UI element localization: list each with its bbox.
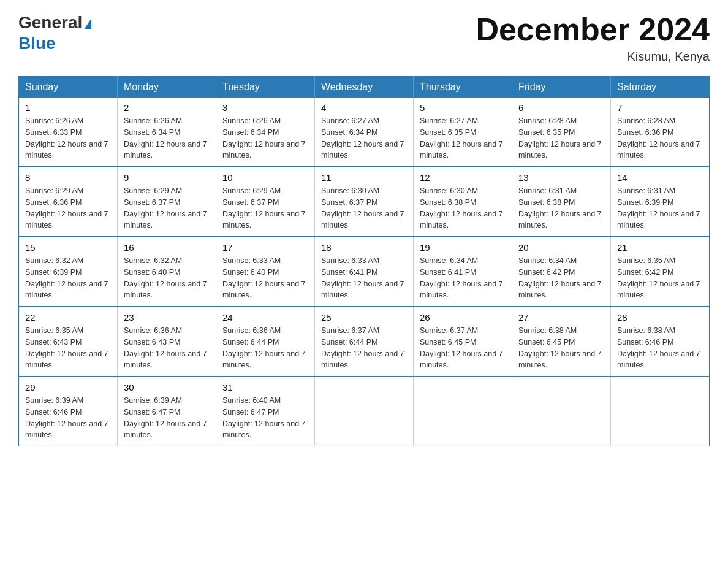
col-header-thursday: Thursday — [414, 77, 512, 98]
day-number: 4 — [321, 102, 407, 113]
day-number: 31 — [222, 382, 308, 393]
day-info: Sunrise: 6:37 AM Sunset: 6:45 PM Dayligh… — [420, 325, 506, 371]
day-number: 8 — [25, 172, 111, 183]
day-number: 13 — [518, 172, 604, 183]
calendar-cell: 2 Sunrise: 6:26 AM Sunset: 6:34 PM Dayli… — [118, 98, 216, 167]
day-info: Sunrise: 6:30 AM Sunset: 6:37 PM Dayligh… — [321, 185, 407, 231]
day-number: 17 — [222, 242, 308, 253]
header-row: SundayMondayTuesdayWednesdayThursdayFrid… — [19, 77, 710, 98]
day-number: 30 — [124, 382, 210, 393]
calendar-cell: 30 Sunrise: 6:39 AM Sunset: 6:47 PM Dayl… — [118, 377, 216, 446]
day-number: 11 — [321, 172, 407, 183]
calendar-cell: 4 Sunrise: 6:27 AM Sunset: 6:34 PM Dayli… — [315, 98, 414, 167]
calendar-cell: 6 Sunrise: 6:28 AM Sunset: 6:35 PM Dayli… — [512, 98, 611, 167]
calendar-week-4: 22 Sunrise: 6:35 AM Sunset: 6:43 PM Dayl… — [19, 307, 710, 377]
calendar-cell — [512, 377, 611, 446]
calendar-cell: 24 Sunrise: 6:36 AM Sunset: 6:44 PM Dayl… — [216, 307, 315, 377]
day-info: Sunrise: 6:29 AM Sunset: 6:36 PM Dayligh… — [25, 185, 111, 231]
day-number: 28 — [617, 312, 703, 323]
day-number: 1 — [25, 102, 111, 113]
calendar-cell: 31 Sunrise: 6:40 AM Sunset: 6:47 PM Dayl… — [216, 377, 315, 446]
day-info: Sunrise: 6:37 AM Sunset: 6:44 PM Dayligh… — [321, 325, 407, 371]
day-number: 29 — [25, 382, 111, 393]
calendar-cell: 13 Sunrise: 6:31 AM Sunset: 6:38 PM Dayl… — [512, 167, 611, 237]
calendar-cell: 11 Sunrise: 6:30 AM Sunset: 6:37 PM Dayl… — [315, 167, 414, 237]
calendar-cell — [315, 377, 414, 446]
day-info: Sunrise: 6:27 AM Sunset: 6:35 PM Dayligh… — [420, 115, 506, 161]
day-info: Sunrise: 6:32 AM Sunset: 6:40 PM Dayligh… — [124, 255, 210, 301]
day-info: Sunrise: 6:28 AM Sunset: 6:36 PM Dayligh… — [617, 115, 703, 161]
day-info: Sunrise: 6:39 AM Sunset: 6:46 PM Dayligh… — [25, 395, 111, 441]
day-info: Sunrise: 6:26 AM Sunset: 6:33 PM Dayligh… — [25, 115, 111, 161]
day-info: Sunrise: 6:35 AM Sunset: 6:43 PM Dayligh… — [25, 325, 111, 371]
day-info: Sunrise: 6:31 AM Sunset: 6:38 PM Dayligh… — [518, 185, 604, 231]
day-info: Sunrise: 6:28 AM Sunset: 6:35 PM Dayligh… — [518, 115, 604, 161]
day-number: 5 — [420, 102, 506, 113]
calendar-week-1: 1 Sunrise: 6:26 AM Sunset: 6:33 PM Dayli… — [19, 98, 710, 167]
day-number: 16 — [124, 242, 210, 253]
day-number: 23 — [124, 312, 210, 323]
day-info: Sunrise: 6:36 AM Sunset: 6:43 PM Dayligh… — [124, 325, 210, 371]
col-header-saturday: Saturday — [611, 77, 710, 98]
col-header-friday: Friday — [512, 77, 611, 98]
calendar-cell: 14 Sunrise: 6:31 AM Sunset: 6:39 PM Dayl… — [611, 167, 710, 237]
logo: General Blue — [18, 12, 91, 53]
calendar-cell: 27 Sunrise: 6:38 AM Sunset: 6:45 PM Dayl… — [512, 307, 611, 377]
calendar-week-2: 8 Sunrise: 6:29 AM Sunset: 6:36 PM Dayli… — [19, 167, 710, 237]
calendar-week-3: 15 Sunrise: 6:32 AM Sunset: 6:39 PM Dayl… — [19, 237, 710, 307]
calendar-cell — [611, 377, 710, 446]
day-info: Sunrise: 6:27 AM Sunset: 6:34 PM Dayligh… — [321, 115, 407, 161]
day-info: Sunrise: 6:33 AM Sunset: 6:40 PM Dayligh… — [222, 255, 308, 301]
day-info: Sunrise: 6:26 AM Sunset: 6:34 PM Dayligh… — [222, 115, 308, 161]
month-title: December 2024 — [476, 12, 710, 47]
calendar-cell: 29 Sunrise: 6:39 AM Sunset: 6:46 PM Dayl… — [19, 377, 118, 446]
day-number: 9 — [124, 172, 210, 183]
day-number: 27 — [518, 312, 604, 323]
day-number: 10 — [222, 172, 308, 183]
day-info: Sunrise: 6:39 AM Sunset: 6:47 PM Dayligh… — [124, 395, 210, 441]
calendar-cell: 20 Sunrise: 6:34 AM Sunset: 6:42 PM Dayl… — [512, 237, 611, 307]
day-info: Sunrise: 6:31 AM Sunset: 6:39 PM Dayligh… — [617, 185, 703, 231]
calendar-cell: 8 Sunrise: 6:29 AM Sunset: 6:36 PM Dayli… — [19, 167, 118, 237]
calendar-cell: 16 Sunrise: 6:32 AM Sunset: 6:40 PM Dayl… — [118, 237, 216, 307]
calendar-cell: 1 Sunrise: 6:26 AM Sunset: 6:33 PM Dayli… — [19, 98, 118, 167]
calendar-cell: 23 Sunrise: 6:36 AM Sunset: 6:43 PM Dayl… — [118, 307, 216, 377]
day-number: 21 — [617, 242, 703, 253]
day-info: Sunrise: 6:35 AM Sunset: 6:42 PM Dayligh… — [617, 255, 703, 301]
calendar-cell: 18 Sunrise: 6:33 AM Sunset: 6:41 PM Dayl… — [315, 237, 414, 307]
day-number: 18 — [321, 242, 407, 253]
logo-blue-text: Blue — [18, 33, 91, 54]
col-header-sunday: Sunday — [19, 77, 118, 98]
col-header-tuesday: Tuesday — [216, 77, 315, 98]
calendar-cell: 9 Sunrise: 6:29 AM Sunset: 6:37 PM Dayli… — [118, 167, 216, 237]
day-number: 3 — [222, 102, 308, 113]
day-info: Sunrise: 6:29 AM Sunset: 6:37 PM Dayligh… — [124, 185, 210, 231]
day-info: Sunrise: 6:33 AM Sunset: 6:41 PM Dayligh… — [321, 255, 407, 301]
calendar-cell: 21 Sunrise: 6:35 AM Sunset: 6:42 PM Dayl… — [611, 237, 710, 307]
calendar-cell: 5 Sunrise: 6:27 AM Sunset: 6:35 PM Dayli… — [414, 98, 512, 167]
day-info: Sunrise: 6:34 AM Sunset: 6:42 PM Dayligh… — [518, 255, 604, 301]
page-header: General Blue December 2024 Kisumu, Kenya — [18, 12, 710, 64]
day-info: Sunrise: 6:32 AM Sunset: 6:39 PM Dayligh… — [25, 255, 111, 301]
day-info: Sunrise: 6:26 AM Sunset: 6:34 PM Dayligh… — [124, 115, 210, 161]
day-info: Sunrise: 6:34 AM Sunset: 6:41 PM Dayligh… — [420, 255, 506, 301]
day-number: 6 — [518, 102, 604, 113]
calendar-cell: 25 Sunrise: 6:37 AM Sunset: 6:44 PM Dayl… — [315, 307, 414, 377]
col-header-wednesday: Wednesday — [315, 77, 414, 98]
calendar-cell: 17 Sunrise: 6:33 AM Sunset: 6:40 PM Dayl… — [216, 237, 315, 307]
day-number: 7 — [617, 102, 703, 113]
day-number: 19 — [420, 242, 506, 253]
calendar-cell: 28 Sunrise: 6:38 AM Sunset: 6:46 PM Dayl… — [611, 307, 710, 377]
calendar-cell: 7 Sunrise: 6:28 AM Sunset: 6:36 PM Dayli… — [611, 98, 710, 167]
day-number: 14 — [617, 172, 703, 183]
calendar-cell: 3 Sunrise: 6:26 AM Sunset: 6:34 PM Dayli… — [216, 98, 315, 167]
calendar-cell: 22 Sunrise: 6:35 AM Sunset: 6:43 PM Dayl… — [19, 307, 118, 377]
day-number: 12 — [420, 172, 506, 183]
day-number: 26 — [420, 312, 506, 323]
calendar-week-5: 29 Sunrise: 6:39 AM Sunset: 6:46 PM Dayl… — [19, 377, 710, 446]
calendar-cell: 10 Sunrise: 6:29 AM Sunset: 6:37 PM Dayl… — [216, 167, 315, 237]
day-info: Sunrise: 6:38 AM Sunset: 6:46 PM Dayligh… — [617, 325, 703, 371]
calendar-cell: 19 Sunrise: 6:34 AM Sunset: 6:41 PM Dayl… — [414, 237, 512, 307]
day-info: Sunrise: 6:38 AM Sunset: 6:45 PM Dayligh… — [518, 325, 604, 371]
day-number: 25 — [321, 312, 407, 323]
